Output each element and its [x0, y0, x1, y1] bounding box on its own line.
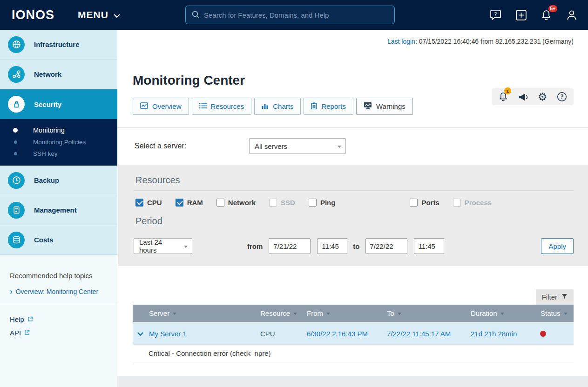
- checkbox-ram[interactable]: RAM: [176, 199, 203, 207]
- column-header-from[interactable]: From: [297, 305, 378, 322]
- tab-label: Charts: [273, 102, 293, 110]
- notifications-bell-icon[interactable]: 5+: [541, 9, 552, 21]
- announcements-megaphone-icon[interactable]: [516, 91, 530, 103]
- checkbox-ports[interactable]: Ports: [410, 199, 439, 207]
- checkbox-icon: [309, 199, 317, 207]
- settings-gear-icon[interactable]: ⚙: [535, 91, 549, 103]
- api-link[interactable]: API: [10, 329, 108, 337]
- help-question-icon[interactable]: ?: [555, 91, 569, 103]
- sidebar-footer-links: Help API: [0, 304, 117, 354]
- column-header-status[interactable]: Status: [531, 305, 574, 322]
- tab-charts[interactable]: Charts: [254, 98, 301, 115]
- cell-server[interactable]: My Server 1: [149, 322, 251, 345]
- alerts-bell-icon[interactable]: 1: [496, 91, 510, 103]
- checkbox-label: Network: [228, 199, 256, 207]
- svg-text:?: ?: [494, 11, 497, 17]
- sidebar-item-infrastructure[interactable]: Infrastructure: [0, 30, 117, 60]
- sort-icon: [293, 313, 297, 315]
- checkbox-network[interactable]: Network: [216, 199, 256, 207]
- to-date-input[interactable]: [365, 238, 407, 254]
- table-detail-row: Critical - Connection error (check_npre): [133, 345, 574, 362]
- server-select-row: Select a server: All servers: [133, 128, 574, 165]
- chevron-down-icon: [113, 9, 121, 20]
- from-date-input[interactable]: [269, 238, 311, 254]
- submenu-label: SSH key: [33, 150, 58, 157]
- page-title: Monitoring Center: [133, 73, 574, 88]
- checkbox-icon: [216, 199, 224, 207]
- from-time-input[interactable]: [317, 238, 347, 254]
- help-label: Help: [10, 315, 24, 323]
- cell-from: 6/30/22 2:16:43 PM: [297, 322, 378, 345]
- server-select-value: All servers: [255, 142, 287, 150]
- topbar: IONOS MENU ? 5+: [0, 0, 588, 30]
- column-label: Server: [149, 309, 169, 317]
- help-topic-label: Overview: Monitoring Center: [16, 288, 98, 295]
- filter-funnel-icon: [561, 293, 568, 301]
- cell-status: [531, 322, 574, 345]
- tab-warnings[interactable]: Warnings: [356, 98, 413, 115]
- search-icon: [191, 10, 200, 20]
- checkbox-label: CPU: [147, 199, 162, 207]
- tab-overview[interactable]: Overview: [133, 98, 189, 115]
- tab-label: Overview: [152, 102, 182, 110]
- warning-detail-text: Critical - Connection error (check_npre): [133, 345, 574, 362]
- column-label: Status: [541, 309, 561, 317]
- help-topic-link[interactable]: › Overview: Monitoring Center: [10, 287, 108, 295]
- account-user-icon[interactable]: [566, 9, 578, 21]
- last-login-link[interactable]: Last login: [387, 38, 415, 45]
- to-time-input[interactable]: [414, 238, 444, 254]
- warnings-monitor-icon: [364, 102, 372, 111]
- checkbox-icon: [269, 199, 277, 207]
- apply-button[interactable]: Apply: [541, 238, 574, 254]
- filter-button[interactable]: Filter: [536, 289, 574, 305]
- column-header-to[interactable]: To: [378, 305, 461, 322]
- sidebar-item-label: Costs: [34, 236, 54, 244]
- help-chat-icon[interactable]: ?: [489, 9, 502, 21]
- notifications-badge: 5+: [548, 5, 557, 12]
- server-select-dropdown[interactable]: All servers: [249, 138, 346, 154]
- tab-label: Reports: [321, 102, 346, 110]
- menu-button[interactable]: MENU: [78, 9, 121, 20]
- row-expander[interactable]: [133, 322, 149, 345]
- sidebar-item-label: Backup: [34, 176, 59, 184]
- column-header-resource[interactable]: Resource: [251, 305, 297, 322]
- submenu-item-ssh-key[interactable]: SSH key: [0, 148, 117, 160]
- table-row: My Server 1 CPU 6/30/22 2:16:43 PM 7/22/…: [133, 322, 574, 345]
- search-input[interactable]: [204, 11, 389, 19]
- column-header-duration[interactable]: Duration: [461, 305, 531, 322]
- checkbox-ping[interactable]: Ping: [309, 199, 336, 207]
- bar-chart-icon: [262, 102, 269, 110]
- column-header-server[interactable]: Server: [149, 305, 251, 322]
- sidebar-item-costs[interactable]: Costs: [0, 225, 117, 255]
- submenu-item-monitoring-policies[interactable]: Monitoring Policies: [0, 136, 117, 148]
- checkbox-icon: [176, 199, 183, 207]
- period-preset-dropdown[interactable]: Last 24 hours: [134, 238, 192, 254]
- sidebar-item-management[interactable]: Management: [0, 195, 117, 225]
- help-topics-title: Recommended help topics: [10, 272, 108, 280]
- sidebar-item-security[interactable]: Security: [0, 89, 117, 119]
- from-label: from: [247, 242, 263, 250]
- tab-resources[interactable]: Resources: [192, 98, 252, 115]
- sidebar-item-network[interactable]: Network: [0, 60, 117, 89]
- global-search[interactable]: [185, 6, 395, 24]
- ionos-logo[interactable]: IONOS: [12, 8, 54, 22]
- chevron-down-icon: [184, 246, 188, 248]
- server-link[interactable]: My Server 1: [149, 330, 187, 338]
- help-link[interactable]: Help: [10, 315, 108, 323]
- submenu-item-monitoring[interactable]: Monitoring: [0, 124, 117, 136]
- sidebar-item-backup[interactable]: Backup: [0, 166, 117, 195]
- tab-reports[interactable]: Reports: [304, 98, 353, 115]
- column-label: From: [307, 309, 323, 317]
- checkbox-icon: [453, 199, 461, 207]
- table-actions: Filter: [133, 289, 574, 305]
- security-lock-icon: [8, 96, 25, 113]
- checkbox-cpu[interactable]: CPU: [135, 199, 162, 207]
- sort-icon: [500, 313, 504, 315]
- create-plus-icon[interactable]: [515, 9, 527, 21]
- cell-to: 7/22/22 11:45:17 AM: [378, 322, 461, 345]
- column-label: Duration: [471, 309, 497, 317]
- server-select-label: Select a server:: [135, 142, 249, 150]
- column-label: Resource: [260, 309, 290, 317]
- divider: [134, 190, 574, 191]
- topbar-icons: ? 5+: [489, 0, 578, 30]
